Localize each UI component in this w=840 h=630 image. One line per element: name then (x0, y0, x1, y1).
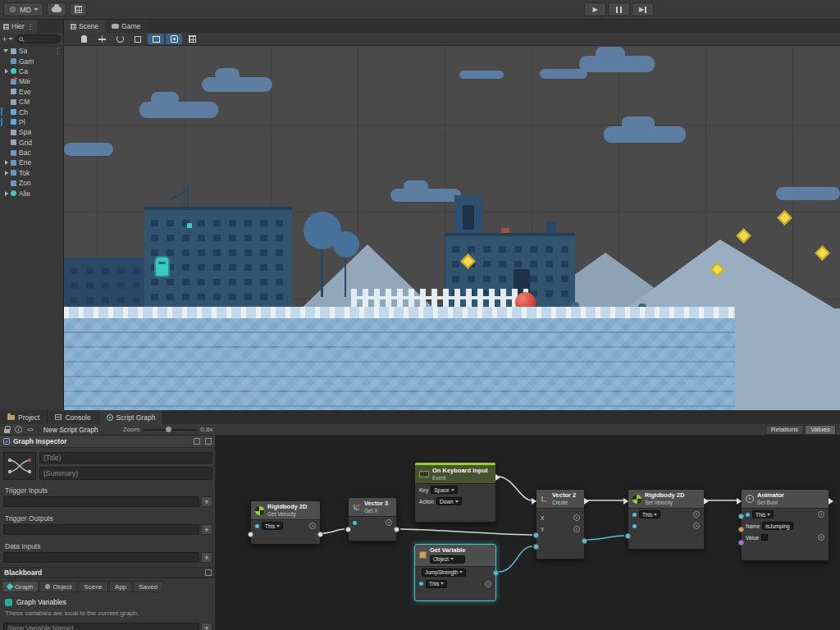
add-variable-button[interactable]: + (201, 623, 212, 630)
expand-arrow[interactable] (3, 49, 8, 52)
name-input[interactable]: isJumping (762, 522, 792, 530)
hierarchy-item[interactable]: CM (0, 97, 63, 107)
add-trigger-input-button[interactable]: + (201, 496, 212, 507)
variable-scope-dropdown[interactable]: Object (430, 555, 465, 564)
zoom-slider[interactable] (143, 429, 197, 431)
hand-tool-button[interactable] (75, 34, 92, 44)
velocity-input-port[interactable] (625, 533, 631, 539)
title-field[interactable]: (Title) (39, 452, 212, 463)
tab-script-graph[interactable]: Script Graph (99, 410, 164, 424)
node-on-keyboard-input[interactable]: On Keyboard InputEvent Key Space Action … (414, 462, 496, 523)
object-picker-icon[interactable] (818, 511, 824, 518)
hierarchy-item[interactable]: Alie (0, 188, 63, 198)
input-port[interactable] (345, 527, 351, 532)
flow-input-port[interactable] (623, 498, 628, 504)
blackboard-menu-icon[interactable] (205, 569, 212, 576)
tab-scene-variables[interactable]: Scene (78, 581, 108, 592)
play-button[interactable]: ▶ (584, 2, 606, 16)
name-input-port[interactable] (738, 527, 744, 532)
action-dropdown[interactable]: Down (436, 497, 462, 505)
tab-game[interactable]: Game (105, 20, 147, 33)
rect-tool-button[interactable] (148, 34, 164, 44)
hierarchy-item[interactable]: Tok (0, 168, 63, 178)
transform-tool-button[interactable] (166, 34, 182, 44)
flow-output-port[interactable] (584, 498, 589, 504)
expand-arrow[interactable] (5, 160, 8, 165)
relations-toggle[interactable]: Relations (765, 425, 804, 435)
object-picker-icon[interactable] (693, 523, 700, 529)
object-picker-icon[interactable] (386, 519, 392, 526)
values-toggle[interactable]: Values (805, 425, 836, 435)
output-port[interactable] (317, 532, 323, 537)
lock-icon[interactable] (4, 429, 10, 433)
pause-button[interactable] (608, 2, 630, 16)
graph-canvas[interactable]: Rigidbody 2DGet Velocity This Vector 3Ge… (216, 436, 840, 630)
this-dropdown[interactable]: This (426, 580, 447, 588)
this-dropdown[interactable]: This (752, 510, 774, 518)
value-checkbox[interactable] (761, 534, 768, 541)
hierarchy-item[interactable]: Gam (0, 56, 63, 66)
variable-name-dropdown[interactable]: JumpStrength (422, 568, 466, 577)
scene-root-row[interactable]: Sa⋮ (0, 46, 63, 56)
hierarchy-item[interactable]: Ca (0, 66, 63, 76)
object-picker-icon[interactable] (485, 581, 491, 587)
node-get-variable[interactable]: Get Variable Object JumpStrength This (414, 544, 496, 601)
tab-saved-variables[interactable]: Saved (133, 581, 163, 592)
kebab-menu-icon[interactable]: ⋮ (27, 22, 34, 30)
new-variable-field[interactable]: (New Variable Name) (3, 623, 199, 630)
rotate-tool-button[interactable] (112, 34, 128, 44)
panel-dock-icon[interactable] (205, 438, 212, 445)
x-input-port[interactable] (533, 532, 539, 538)
this-dropdown[interactable]: This (262, 522, 283, 530)
node-get-velocity[interactable]: Rigidbody 2DGet Velocity This (250, 500, 321, 545)
node-vector2-create[interactable]: Vector 2Create X Y (536, 489, 585, 559)
trigger-inputs-field[interactable] (3, 496, 199, 507)
create-object-button[interactable]: + (2, 35, 13, 43)
tab-console[interactable]: Console (48, 410, 98, 424)
flow-input-port[interactable] (737, 498, 742, 504)
expand-arrow[interactable] (5, 171, 8, 176)
panel-menu-icon[interactable] (194, 438, 200, 445)
result-output-port[interactable] (582, 538, 587, 544)
code-view-icon[interactable]: <> (27, 426, 33, 433)
hierarchy-item[interactable]: Spa (0, 127, 63, 137)
hierarchy-search-input[interactable] (16, 34, 61, 43)
object-picker-icon[interactable] (573, 526, 580, 532)
tab-object-variables[interactable]: Object (39, 581, 77, 592)
account-menu[interactable]: MD (3, 2, 43, 16)
node-set-bool[interactable]: AnimatorSet Bool This Name isJumping Val… (741, 489, 829, 561)
object-picker-icon[interactable] (573, 514, 580, 521)
key-dropdown[interactable]: Space (431, 486, 457, 494)
output-port[interactable] (493, 570, 499, 576)
services-button[interactable] (70, 2, 87, 16)
data-inputs-field[interactable] (3, 552, 199, 563)
tab-project[interactable]: Project (0, 410, 48, 424)
this-dropdown[interactable]: This (639, 510, 660, 518)
object-picker-icon[interactable] (818, 534, 824, 541)
scene-kebab-icon[interactable]: ⋮ (54, 48, 63, 55)
tab-graph-variables[interactable]: Graph (2, 581, 39, 592)
hierarchy-item[interactable]: Mai (0, 76, 63, 86)
hierarchy-item[interactable]: Eve (0, 87, 63, 97)
expand-arrow[interactable] (5, 191, 8, 196)
summary-field[interactable]: (Summary) (39, 467, 212, 480)
y-input-port[interactable] (533, 544, 539, 550)
hierarchy-item[interactable]: Pl (0, 117, 63, 127)
cloud-button[interactable] (47, 2, 66, 16)
output-port[interactable] (394, 527, 399, 532)
scale-tool-button[interactable] (130, 34, 146, 44)
hierarchy-item[interactable]: Ch (0, 107, 63, 116)
hierarchy-item[interactable]: Zon (0, 178, 63, 188)
object-picker-icon[interactable] (309, 523, 316, 529)
info-icon[interactable]: i (15, 426, 22, 433)
tab-hierarchy[interactable]: Hier ⋮ (0, 20, 37, 33)
input-port[interactable] (248, 532, 253, 537)
flow-output-port[interactable] (495, 474, 500, 481)
scene-viewport[interactable] (64, 46, 840, 410)
flow-input-port[interactable] (532, 498, 536, 504)
graph-name[interactable]: New Script Graph (43, 426, 98, 434)
zoom-slider-knob[interactable] (166, 427, 171, 432)
hierarchy-item[interactable]: Bac (0, 148, 63, 158)
tab-scene[interactable]: Scene (64, 20, 105, 33)
step-button[interactable]: ▶ (632, 2, 654, 16)
